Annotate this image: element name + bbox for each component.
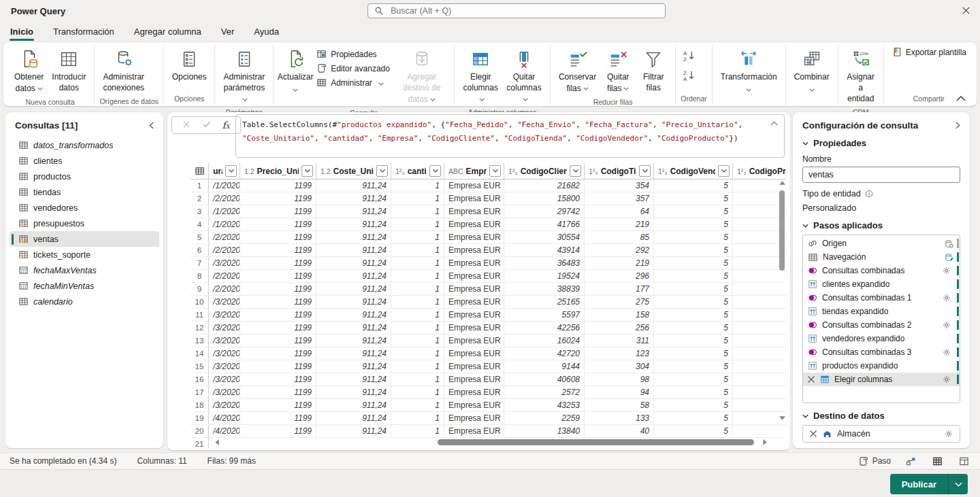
cell[interactable]: 911,24 bbox=[316, 412, 391, 424]
row-number[interactable]: 18 bbox=[191, 399, 209, 411]
cell[interactable]: 64 bbox=[585, 205, 654, 218]
row-number[interactable]: 10 bbox=[191, 296, 209, 308]
cell[interactable]: 19524 bbox=[504, 270, 585, 282]
cell[interactable]: Empresa EUR bbox=[444, 412, 504, 424]
cell[interactable]: 177 bbox=[585, 283, 654, 295]
cell[interactable]: Empresa EUR bbox=[444, 309, 504, 321]
agregar-destino-de-datos-button[interactable]: Agregar destino de datos bbox=[394, 46, 450, 107]
column-header-cantidad[interactable]: 1²₃cantidad bbox=[391, 163, 444, 179]
cell[interactable]: 1 bbox=[391, 335, 444, 347]
cell[interactable]: 9144 bbox=[504, 360, 585, 373]
collapse-queries-icon[interactable] bbox=[149, 122, 154, 129]
cell[interactable]: /3/2020 bbox=[209, 373, 240, 385]
cell[interactable]: /1/2020 bbox=[209, 179, 240, 192]
cell[interactable]: 1199 bbox=[240, 244, 316, 256]
cell[interactable]: 40 bbox=[585, 425, 654, 437]
cell[interactable]: 58 bbox=[585, 399, 654, 411]
filter-button[interactable] bbox=[570, 165, 581, 177]
scroll-left-icon[interactable] bbox=[215, 439, 219, 445]
step-settings-gear-icon[interactable] bbox=[942, 293, 951, 303]
cell[interactable]: /3/2020 bbox=[209, 360, 240, 373]
cell[interactable]: Empresa EUR bbox=[444, 179, 504, 192]
administrar-parametros-button[interactable]: Administrar parámetros bbox=[220, 46, 268, 107]
destination-settings-gear-icon[interactable] bbox=[944, 429, 953, 439]
query-name-input[interactable] bbox=[802, 167, 960, 183]
applied-step-tiendas-expandido[interactable]: tiendas expandido bbox=[803, 305, 960, 318]
administrar-button[interactable]: Administrar bbox=[314, 77, 387, 88]
cell[interactable]: /4/2020 bbox=[209, 412, 240, 424]
cell[interactable]: 911,24 bbox=[316, 257, 391, 269]
cell[interactable]: 911,24 bbox=[316, 296, 391, 308]
sort-za-button[interactable]: ZA bbox=[681, 68, 698, 85]
cell[interactable]: 911,24 bbox=[316, 373, 391, 385]
cell[interactable]: 1199 bbox=[240, 296, 316, 308]
cell[interactable]: 357 bbox=[585, 192, 654, 205]
cell[interactable]: 911,24 bbox=[316, 335, 391, 347]
cell[interactable]: 43914 bbox=[504, 244, 585, 256]
delete-step-icon[interactable] bbox=[806, 375, 815, 383]
cell[interactable]: 296 bbox=[585, 270, 654, 282]
cell[interactable]: 1199 bbox=[240, 335, 316, 347]
filter-button[interactable] bbox=[301, 165, 313, 177]
cell[interactable]: 1 bbox=[391, 218, 444, 230]
cell[interactable]: Empresa EUR bbox=[444, 270, 504, 282]
cell[interactable]: 1199 bbox=[240, 283, 316, 295]
cell[interactable]: 911,24 bbox=[316, 425, 391, 437]
cell[interactable]: 1 bbox=[391, 257, 444, 269]
row-number[interactable]: 19 bbox=[191, 412, 209, 424]
step-settings-gear-icon[interactable] bbox=[942, 320, 951, 330]
cell[interactable]: 1199 bbox=[240, 425, 316, 437]
introducir-datos-button[interactable]: Introducir datos bbox=[48, 46, 89, 96]
ribbon-collapse-icon[interactable] bbox=[956, 96, 966, 101]
cell[interactable]: Empresa EUR bbox=[444, 218, 504, 230]
cell[interactable]: 5 bbox=[654, 231, 733, 243]
cell[interactable]: /2/2020 bbox=[209, 283, 240, 295]
column-header-codigotienda[interactable]: 1²₃CodigoTienda bbox=[585, 163, 654, 179]
cell[interactable]: 1199 bbox=[240, 347, 316, 360]
cell[interactable]: /1/2020 bbox=[209, 218, 240, 230]
exportar-plantilla-button[interactable]: Exportar plantilla bbox=[889, 46, 969, 58]
row-number[interactable]: 13 bbox=[191, 335, 209, 347]
collapse-settings-icon[interactable] bbox=[956, 122, 960, 129]
data-destination-section-header[interactable]: Destino de datos bbox=[802, 411, 960, 421]
cell[interactable]: Empresa EUR bbox=[444, 386, 504, 398]
cell[interactable]: 133 bbox=[585, 412, 654, 424]
cell[interactable]: Empresa EUR bbox=[444, 425, 504, 437]
cell[interactable]: 1 bbox=[391, 231, 444, 243]
cell[interactable]: 5 bbox=[654, 270, 733, 282]
cell[interactable]: 1199 bbox=[240, 231, 316, 243]
data-destination-item[interactable]: Almacén bbox=[802, 425, 960, 443]
propiedades-button[interactable]: Propiedades bbox=[314, 48, 379, 60]
vertical-scrollbar[interactable] bbox=[779, 181, 786, 420]
cell[interactable]: 5597 bbox=[504, 309, 585, 321]
cell[interactable]: 5 bbox=[654, 309, 733, 321]
transformacion-button[interactable]: Transformación bbox=[717, 46, 781, 97]
cell[interactable]: Empresa EUR bbox=[444, 347, 504, 360]
cell[interactable]: Empresa EUR bbox=[444, 296, 504, 308]
cell[interactable]: 1199 bbox=[240, 218, 316, 230]
diagram-view-button[interactable] bbox=[904, 455, 917, 468]
filter-button[interactable] bbox=[489, 165, 501, 177]
cell[interactable]: /4/2020 bbox=[209, 425, 240, 437]
filter-button[interactable] bbox=[639, 165, 651, 177]
search-box[interactable] bbox=[368, 3, 666, 18]
cell[interactable]: 5 bbox=[654, 257, 733, 269]
search-input[interactable] bbox=[389, 5, 659, 16]
vertical-scroll-thumb[interactable] bbox=[779, 190, 785, 271]
cell[interactable]: 5 bbox=[654, 386, 733, 398]
cell[interactable]: /3/2020 bbox=[209, 347, 240, 360]
actualizar-button[interactable]: Actualizar bbox=[278, 46, 312, 97]
cell[interactable]: 1199 bbox=[240, 309, 316, 321]
close-icon[interactable] bbox=[962, 6, 970, 15]
cell[interactable]: 5 bbox=[654, 192, 733, 205]
cell[interactable]: Empresa EUR bbox=[444, 244, 504, 256]
column-header-codigocliente[interactable]: 1²₃CodigoCliente bbox=[504, 163, 585, 179]
filter-button[interactable] bbox=[718, 165, 730, 177]
scroll-up-icon[interactable] bbox=[779, 181, 785, 185]
cell[interactable]: 911,24 bbox=[316, 179, 391, 192]
quitar-columnas-button[interactable]: Quitar columnas bbox=[503, 46, 545, 107]
cell[interactable]: 1 bbox=[391, 373, 444, 385]
row-number[interactable]: 9 bbox=[191, 283, 209, 295]
obtener-datos-button[interactable]: Obtener datos bbox=[11, 46, 47, 97]
cell[interactable]: Empresa EUR bbox=[444, 360, 504, 373]
